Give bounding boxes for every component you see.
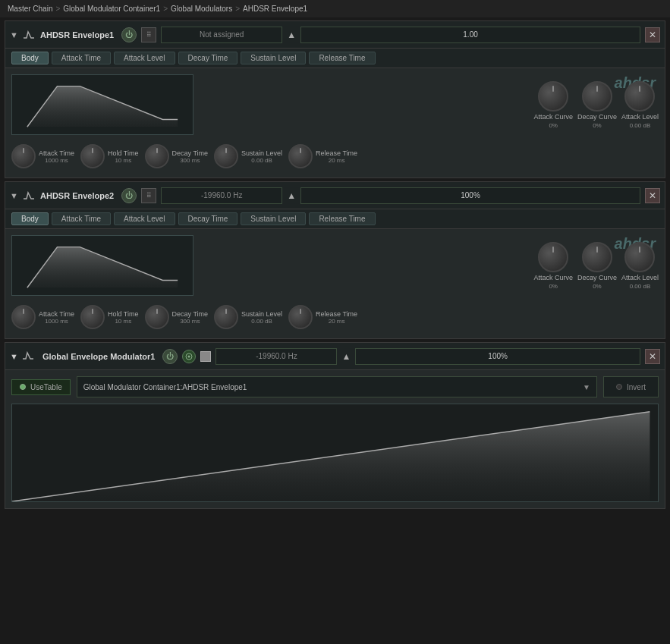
envelope1-hold-time-knob[interactable] [80,144,105,168]
envelope1-attack-level-knob[interactable] [624,81,655,112]
envelope2-attack-level-knob[interactable] [624,242,655,272]
envelope2-sustain-level-group: Sustain Level 0.00 dB [214,305,282,329]
envelope2-hold-time-label: Hold Time [108,310,139,318]
envelope1-attack-time-knob[interactable] [11,144,36,168]
envelope1-knob-section: Attack Curve 0% Decay Curve 0% Attack Le… [200,81,659,129]
global-mod-body: UseTable Global Modulator Container1:AHD… [5,370,665,508]
envelope1-display [11,74,193,135]
envelope2-release-time-group: Release Time 20 ms [288,305,357,329]
global-mod-assign-box[interactable]: -19960.0 Hz [215,348,337,365]
envelope2-attack-curve-group: Attack Curve 0% [533,242,573,290]
envelope1-tab-decay-time[interactable]: Decay Time [178,52,238,64]
envelope2-hold-time-value: 10 ms [108,318,139,325]
global-mod-value-box[interactable]: 100% [355,348,640,365]
breadcrumb-sep-3: > [235,5,240,13]
global-mod-power-button[interactable]: ⏻ [162,349,178,364]
envelope1-attack-level-value: 0.00 dB [630,122,651,129]
invert-dot [616,384,622,390]
envelope2-tab-release-time[interactable]: Release Time [309,212,375,225]
envelope1-tab-body[interactable]: Body [11,52,49,64]
envelope1-assign-box[interactable]: Not assigned [161,27,282,43]
envelope2-tab-attack-level[interactable]: Attack Level [114,212,175,225]
global-mod-collapse-icon[interactable]: ▼ [10,352,18,361]
envelope2-assign-arrow[interactable]: ▲ [287,190,296,201]
envelope2-tab-attack-time[interactable]: Attack Time [52,212,111,225]
envelope1-decay-time-value: 300 ms [172,157,209,164]
chevron-down-icon: ▼ [583,383,590,391]
envelope1-attack-level-label: Attack Level [621,113,659,121]
envelope2-top-section: Attack Curve 0% Decay Curve 0% Attack Le… [11,235,659,296]
envelope1-power-button[interactable]: ⏻ [121,27,137,42]
global-mod-stop-button[interactable] [200,351,211,362]
envelope1-attack-time-group: Attack Time 1000 ms [11,144,74,168]
envelope1-assign-arrow[interactable]: ▲ [287,30,296,40]
envelope2-sustain-level-knob[interactable] [214,305,238,329]
envelope1-hold-time-group: Hold Time 10 ms [80,144,139,168]
envelope2-decay-time-group: Decay Time 300 ms [145,305,209,329]
envelope2-decay-time-knob[interactable] [145,305,169,329]
envelope2-attack-time-group: Attack Time 1000 ms [11,305,74,329]
envelope1-attack-time-value: 1000 ms [39,157,74,164]
breadcrumb-item-3[interactable]: Global Modulators [171,5,232,13]
global-mod-target-button[interactable] [182,350,196,363]
envelope1-attack-curve-knob[interactable] [538,81,568,112]
use-table-button[interactable]: UseTable [11,379,71,395]
envelope1-sustain-level-knob[interactable] [214,144,238,168]
envelope2-collapse-icon[interactable]: ▼ [10,191,19,200]
envelope2-attack-level-label: Attack Level [621,274,659,281]
envelope2-value-box[interactable]: 100% [300,187,640,204]
envelope2-assign-box[interactable]: -19960.0 Hz [161,187,282,204]
envelope1-collapse-icon[interactable]: ▼ [10,30,19,39]
envelope2-attack-time-label: Attack Time [39,310,74,318]
envelope2-hold-time-knob[interactable] [80,305,105,329]
envelope1-value-box[interactable]: 1.00 [300,27,640,43]
envelope1-close-button[interactable]: ✕ [645,27,660,42]
envelope1-decay-curve-knob[interactable] [582,81,612,112]
envelope1-release-time-knob[interactable] [288,144,313,168]
envelope1-tab-row: Body Attack Time Attack Level Decay Time… [5,49,665,68]
envelope1-sustain-level-group: Sustain Level 0.00 dB [214,144,282,168]
envelope1-decay-curve-group: Decay Curve 0% [577,81,617,129]
global-mod-header: ▼ Global Envelope Modulator1 ⏻ -19960.0 … [5,343,665,370]
breadcrumb-sep-1: > [55,5,60,13]
envelope2-grid-button[interactable]: ⠿ [141,188,156,203]
envelope2-decay-time-value: 300 ms [172,318,209,325]
envelope2-tab-decay-time[interactable]: Decay Time [178,212,238,225]
envelope2-display [11,235,193,296]
breadcrumb-item-1[interactable]: Master Chain [8,5,52,13]
mod-controls: UseTable Global Modulator Container1:AHD… [11,376,659,397]
envelope1-sustain-level-value: 0.00 dB [241,157,282,164]
envelope1-decay-time-knob[interactable] [145,144,169,168]
envelope2-attack-curve-knob[interactable] [538,242,568,272]
envelope2-decay-curve-knob[interactable] [582,242,612,272]
envelope2-tab-sustain-level[interactable]: Sustain Level [241,212,306,225]
envelope2-power-button[interactable]: ⏻ [121,188,137,203]
envelope1-tab-attack-level[interactable]: Attack Level [114,52,175,64]
envelope1-tab-attack-time[interactable]: Attack Time [52,52,111,64]
envelope2-container: ▼ AHDSR Envelope2 ⏻ ⠿ -19960.0 Hz ▲ 100%… [5,181,665,339]
global-mod-close-button[interactable]: ✕ [645,349,660,364]
envelope1-tab-sustain-level[interactable]: Sustain Level [241,52,306,64]
envelope1-release-time-value: 20 ms [316,157,357,164]
global-mod-assign-arrow[interactable]: ▲ [341,351,351,362]
envelope1-hold-time-value: 10 ms [108,157,139,164]
invert-button[interactable]: Invert [603,376,659,397]
envelope1-tab-release-time[interactable]: Release Time [309,52,375,64]
breadcrumb-item-2[interactable]: Global Modulator Container1 [63,5,160,13]
curve-display[interactable] [11,404,659,502]
envelope2-attack-curve-value: 0% [549,283,558,290]
envelope2-release-time-knob[interactable] [288,305,313,329]
envelope2-attack-level-value: 0.00 dB [630,283,651,290]
invert-label: Invert [627,383,646,391]
global-mod-wave-icon [23,351,38,362]
envelope2-decay-curve-label: Decay Curve [577,274,617,281]
envelope2-attack-time-knob[interactable] [11,305,36,329]
envelope1-grid-button[interactable]: ⠿ [141,27,156,42]
envelope1-top-section: Attack Curve 0% Decay Curve 0% Attack Le… [11,74,659,135]
envelope2-tab-body[interactable]: Body [11,212,49,225]
svg-marker-0 [27,86,178,127]
breadcrumb-item-4[interactable]: AHDSR Envelope1 [243,5,307,13]
envelope2-decay-curve-value: 0% [593,283,602,290]
envelope2-close-button[interactable]: ✕ [645,188,660,203]
source-select[interactable]: Global Modulator Container1:AHDSR Envelo… [77,376,597,397]
